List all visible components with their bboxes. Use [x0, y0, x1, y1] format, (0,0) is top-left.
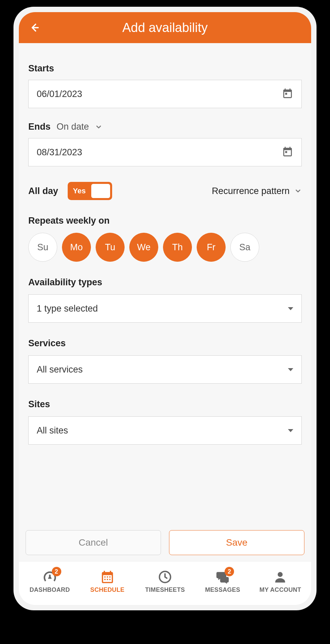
- starts-label: Starts: [28, 63, 302, 74]
- allday-toggle-label: Yes: [68, 187, 86, 195]
- tab-dashboard[interactable]: 2 DASHBOARD: [21, 570, 78, 593]
- arrow-left-icon: [29, 23, 39, 33]
- dropdown-caret-icon: [288, 429, 293, 432]
- ends-date-value: 08/31/2023: [37, 147, 282, 158]
- services-label: Services: [28, 338, 302, 349]
- chevron-down-icon: [294, 187, 302, 195]
- services-select[interactable]: All services: [28, 355, 302, 384]
- schedule-icon: [100, 570, 115, 584]
- calendar-icon: [282, 146, 293, 159]
- days-row: SuMoTuWeThFrSa: [28, 233, 302, 262]
- bottom-tabbar: 2 DASHBOARD SCHEDULE TIMESHEETS 2: [19, 561, 311, 605]
- starts-date-value: 06/01/2023: [37, 89, 282, 99]
- sites-select[interactable]: All sites: [28, 416, 302, 445]
- svg-point-1: [278, 572, 283, 577]
- tab-timesheets[interactable]: TIMESHEETS: [136, 570, 194, 593]
- save-button[interactable]: Save: [169, 530, 304, 555]
- day-pill-mo[interactable]: Mo: [62, 233, 91, 262]
- dashboard-badge: 2: [52, 567, 61, 576]
- availability-types-select[interactable]: 1 type selected: [28, 294, 302, 323]
- ends-mode-value: On date: [57, 122, 89, 132]
- tab-timesheets-label: TIMESHEETS: [145, 586, 185, 593]
- screen: Add availability Starts 06/01/2023 Ends …: [19, 12, 311, 605]
- account-icon: [273, 570, 288, 584]
- ends-mode-row[interactable]: Ends On date: [28, 122, 302, 132]
- dashboard-icon: 2: [42, 570, 57, 584]
- form-content: Starts 06/01/2023 Ends On date 08/31/202…: [19, 43, 311, 530]
- tab-messages[interactable]: 2 MESSAGES: [194, 570, 252, 593]
- availability-types-value: 1 type selected: [37, 303, 288, 314]
- timesheets-icon: [158, 570, 172, 584]
- sites-label: Sites: [28, 399, 302, 410]
- repeats-label: Repeats weekly on: [28, 216, 302, 226]
- ends-label: Ends: [28, 122, 51, 132]
- back-button[interactable]: [27, 20, 42, 35]
- sites-value: All sites: [37, 425, 288, 436]
- tab-account-label: MY ACCOUNT: [259, 586, 301, 593]
- cancel-button[interactable]: Cancel: [26, 530, 161, 555]
- calendar-icon: [282, 88, 293, 100]
- recurrence-label: Recurrence pattern: [212, 186, 290, 196]
- allday-toggle[interactable]: Yes: [68, 182, 112, 200]
- device-frame: Add availability Starts 06/01/2023 Ends …: [13, 7, 317, 610]
- tab-messages-label: MESSAGES: [205, 586, 240, 593]
- starts-date-input[interactable]: 06/01/2023: [28, 80, 302, 108]
- page-title: Add availability: [19, 21, 311, 35]
- dropdown-caret-icon: [288, 368, 293, 371]
- tab-account[interactable]: MY ACCOUNT: [252, 570, 309, 593]
- recurrence-selector[interactable]: Recurrence pattern: [212, 186, 302, 196]
- messages-badge: 2: [225, 567, 234, 576]
- allday-label: All day: [28, 186, 58, 196]
- tab-dashboard-label: DASHBOARD: [30, 586, 70, 593]
- day-pill-we[interactable]: We: [129, 233, 158, 262]
- tab-schedule[interactable]: SCHEDULE: [78, 570, 136, 593]
- tab-schedule-label: SCHEDULE: [90, 586, 124, 593]
- chevron-down-icon: [95, 123, 102, 131]
- messages-icon: 2: [215, 570, 230, 584]
- services-value: All services: [37, 364, 288, 375]
- dropdown-caret-icon: [288, 307, 293, 310]
- availability-types-label: Availability types: [28, 277, 302, 288]
- toggle-knob: [91, 184, 110, 198]
- ends-date-input[interactable]: 08/31/2023: [28, 138, 302, 166]
- day-pill-su[interactable]: Su: [28, 233, 57, 262]
- day-pill-sa[interactable]: Sa: [230, 233, 259, 262]
- header-bar: Add availability: [19, 12, 311, 43]
- footer-buttons: Cancel Save: [19, 530, 311, 555]
- day-pill-tu[interactable]: Tu: [96, 233, 125, 262]
- day-pill-th[interactable]: Th: [163, 233, 192, 262]
- day-pill-fr[interactable]: Fr: [197, 233, 226, 262]
- allday-row: All day Yes Recurrence pattern: [28, 182, 302, 200]
